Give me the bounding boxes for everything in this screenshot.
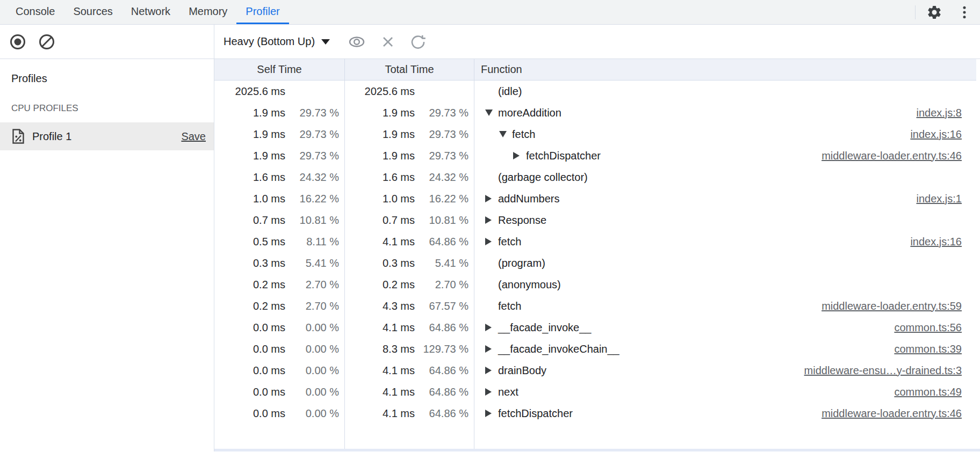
self-time-percent: 0.00 % bbox=[293, 407, 344, 420]
column-header-self-time[interactable]: Self Time bbox=[214, 59, 345, 80]
expand-arrow[interactable] bbox=[485, 410, 498, 417]
total-time-percent: 67.57 % bbox=[422, 300, 474, 312]
self-time-percent: 29.73 % bbox=[293, 128, 344, 141]
self-time-percent: 10.81 % bbox=[293, 214, 344, 227]
total-time-percent: 64.86 % bbox=[422, 236, 474, 248]
source-link[interactable]: common.ts:56 bbox=[883, 322, 962, 334]
grid-bottom-scroll-strip[interactable] bbox=[214, 449, 980, 451]
source-link[interactable]: index.js:1 bbox=[906, 193, 962, 205]
total-time-value: 0.2 ms bbox=[345, 279, 422, 291]
self-time-cell: 0.0 ms 0.00 % bbox=[214, 317, 345, 338]
function-cell: fetchDispatcher middleware-loader.entry.… bbox=[474, 145, 980, 166]
more-options-button[interactable] bbox=[956, 4, 972, 20]
column-header-function[interactable]: Function bbox=[474, 59, 976, 80]
source-link[interactable]: middleware-ensu…y-drained.ts:3 bbox=[794, 364, 962, 377]
table-row[interactable]: 1.9 ms 29.73 % 1.9 ms 29.73 % fetch inde… bbox=[214, 123, 980, 145]
expand-arrow[interactable] bbox=[485, 195, 498, 202]
total-time-cell: 0.2 ms 2.70 % bbox=[345, 274, 474, 295]
table-row[interactable]: 1.9 ms 29.73 % 1.9 ms 29.73 % fetchDispa… bbox=[214, 145, 980, 166]
tab-memory[interactable]: Memory bbox=[179, 0, 236, 24]
self-time-value: 0.0 ms bbox=[214, 322, 293, 334]
source-link[interactable]: index.js:8 bbox=[906, 107, 962, 119]
save-profile-link[interactable]: Save bbox=[181, 130, 206, 143]
source-link[interactable]: middleware-loader.entry.ts:46 bbox=[811, 407, 962, 420]
source-link[interactable]: index.js:16 bbox=[899, 128, 962, 141]
restore-button[interactable] bbox=[409, 33, 427, 50]
source-link[interactable]: middleware-loader.entry.ts:46 bbox=[811, 150, 962, 162]
self-time-percent: 29.73 % bbox=[293, 107, 344, 119]
expand-arrow[interactable] bbox=[485, 388, 498, 396]
table-row[interactable]: 0.7 ms 10.81 % 0.7 ms 10.81 % Response bbox=[214, 209, 980, 231]
tab-list: ConsoleSourcesNetworkMemoryProfiler bbox=[6, 0, 289, 24]
focus-button[interactable] bbox=[347, 34, 366, 50]
self-time-percent: 24.32 % bbox=[293, 171, 344, 184]
expand-arrow[interactable] bbox=[485, 324, 498, 331]
function-name: __facade_invoke__ bbox=[498, 322, 591, 334]
self-time-cell: 1.0 ms 16.22 % bbox=[214, 188, 345, 209]
expand-arrow-icon bbox=[485, 110, 493, 116]
profiles-toolbar bbox=[0, 25, 214, 59]
table-row[interactable]: 0.0 ms 0.00 % 4.1 ms 64.86 % __facade_in… bbox=[214, 317, 980, 338]
settings-button[interactable] bbox=[926, 4, 942, 20]
table-row[interactable]: 0.3 ms 5.41 % 0.3 ms 5.41 % (program) bbox=[214, 252, 980, 274]
tab-network[interactable]: Network bbox=[122, 0, 179, 24]
total-time-percent: 129.73 % bbox=[422, 343, 474, 355]
toolbar-divider bbox=[915, 5, 916, 19]
self-time-value: 0.0 ms bbox=[214, 364, 293, 377]
expand-arrow[interactable] bbox=[485, 110, 498, 116]
self-time-value: 2025.6 ms bbox=[214, 85, 293, 98]
table-row[interactable]: 0.0 ms 0.00 % 8.3 ms 129.73 % __facade_i… bbox=[214, 338, 980, 360]
table-row[interactable]: 1.9 ms 29.73 % 1.9 ms 29.73 % moreAdditi… bbox=[214, 102, 980, 123]
column-header-total-time[interactable]: Total Time bbox=[345, 59, 474, 80]
record-button[interactable] bbox=[9, 33, 26, 50]
function-name: fetchDispatcher bbox=[498, 407, 573, 420]
self-time-cell: 0.7 ms 10.81 % bbox=[214, 209, 345, 231]
total-time-percent: 64.86 % bbox=[422, 386, 474, 398]
table-row[interactable]: 0.0 ms 0.00 % 4.1 ms 64.86 % fetchDispat… bbox=[214, 403, 980, 424]
self-time-percent: 16.22 % bbox=[293, 193, 344, 205]
cpu-profiles-section-label: CPU PROFILES bbox=[0, 98, 214, 119]
expand-arrow[interactable] bbox=[485, 345, 498, 353]
profile-list-item[interactable]: Profile 1 Save bbox=[0, 122, 214, 150]
devtools-tabbar: ConsoleSourcesNetworkMemoryProfiler bbox=[0, 0, 980, 25]
filler-total-column bbox=[345, 424, 474, 449]
tab-console[interactable]: Console bbox=[6, 0, 64, 24]
table-row[interactable]: 1.6 ms 24.32 % 1.6 ms 24.32 % (garbage c… bbox=[214, 166, 980, 188]
function-cell: __facade_invoke__ common.ts:56 bbox=[474, 317, 980, 338]
source-link[interactable]: middleware-loader.entry.ts:59 bbox=[811, 300, 962, 312]
source-link[interactable]: index.js:16 bbox=[899, 236, 962, 248]
table-row[interactable]: 0.2 ms 2.70 % 4.3 ms 67.57 % fetch middl… bbox=[214, 295, 980, 317]
total-time-value: 1.9 ms bbox=[345, 128, 422, 141]
expand-arrow-icon bbox=[485, 388, 492, 396]
source-link[interactable]: common.ts:49 bbox=[883, 386, 962, 398]
exclude-button[interactable] bbox=[380, 34, 395, 49]
table-row[interactable]: 0.2 ms 2.70 % 0.2 ms 2.70 % (anonymous) bbox=[214, 274, 980, 295]
total-time-cell: 8.3 ms 129.73 % bbox=[345, 338, 474, 360]
table-row[interactable]: 2025.6 ms 2025.6 ms (idle) bbox=[214, 81, 980, 102]
source-link[interactable]: common.ts:39 bbox=[883, 343, 962, 355]
expand-arrow[interactable] bbox=[485, 238, 498, 245]
expand-arrow[interactable] bbox=[499, 131, 512, 137]
view-toolbar: Heavy (Bottom Up) bbox=[214, 25, 980, 59]
function-name: __facade_invokeChain__ bbox=[498, 343, 619, 355]
tab-sources[interactable]: Sources bbox=[64, 0, 121, 24]
view-mode-dropdown[interactable]: Heavy (Bottom Up) bbox=[224, 35, 330, 48]
function-cell: (idle) bbox=[474, 81, 980, 102]
tab-profiler[interactable]: Profiler bbox=[236, 0, 289, 24]
self-time-percent: 0.00 % bbox=[293, 343, 344, 355]
profile-name: Profile 1 bbox=[32, 130, 71, 143]
self-time-value: 0.0 ms bbox=[214, 407, 293, 420]
clear-profiles-button[interactable] bbox=[38, 33, 55, 50]
table-row[interactable]: 0.5 ms 8.11 % 4.1 ms 64.86 % fetch index… bbox=[214, 231, 980, 252]
table-row[interactable]: 1.0 ms 16.22 % 1.0 ms 16.22 % addNumbers… bbox=[214, 188, 980, 209]
profile-data-grid: Self Time Total Time Function 2025.6 ms … bbox=[214, 59, 980, 451]
self-time-percent: 2.70 % bbox=[293, 279, 344, 291]
expand-arrow[interactable] bbox=[485, 216, 498, 224]
table-row[interactable]: 0.0 ms 0.00 % 4.1 ms 64.86 % drainBody m… bbox=[214, 360, 980, 381]
expand-arrow[interactable] bbox=[485, 367, 498, 374]
table-row[interactable]: 0.0 ms 0.00 % 4.1 ms 64.86 % next common… bbox=[214, 381, 980, 403]
total-time-cell: 0.3 ms 5.41 % bbox=[345, 252, 474, 274]
function-name: (anonymous) bbox=[498, 279, 561, 291]
expand-arrow[interactable] bbox=[513, 152, 526, 159]
function-cell: next common.ts:49 bbox=[474, 381, 980, 403]
